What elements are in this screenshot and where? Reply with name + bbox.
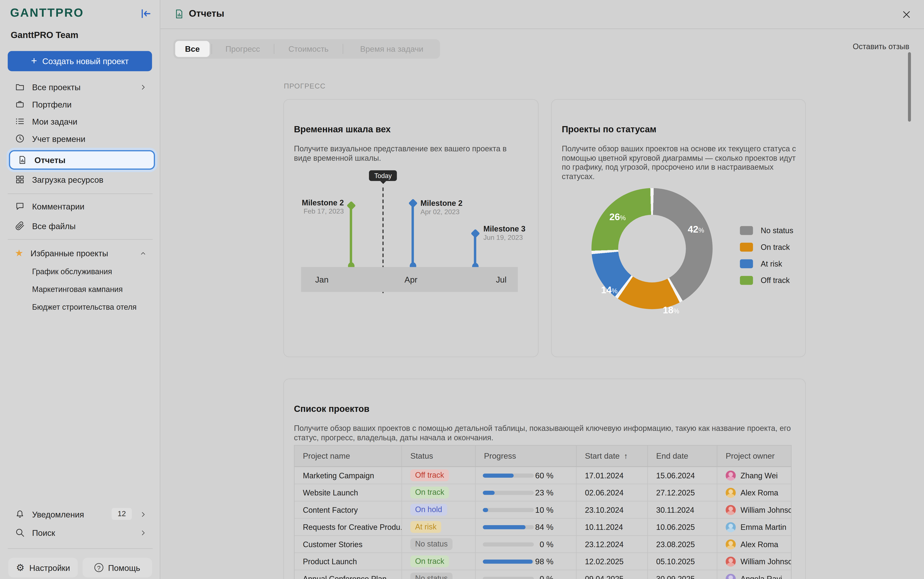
project-name-cell[interactable]: Marketing Campaign [295,467,402,484]
project-name-cell[interactable]: Website Launch [295,484,402,502]
start-date-cell: 10.11.2024 [577,519,648,536]
donut-legend: No status On track At risk Off track [740,222,793,288]
chevron-right-icon [140,83,146,90]
sidebar-item-all-files[interactable]: Все файлы [8,217,153,234]
app-window: GANTTPRO GanttPRO Team + Создать новый п… [0,0,924,579]
avatar [726,522,736,532]
end-date-cell: 27.12.2025 [648,484,717,502]
star-icon: ★ [15,249,23,258]
today-marker: Today [369,170,397,181]
start-date-cell: 17.01.2024 [577,467,648,484]
end-date-cell: 05.10.2025 [648,553,717,571]
milestone-label: Milestone 2 Apr 02, 2023 [420,199,463,216]
status-cell: On hold [402,501,476,519]
avatar [726,470,736,480]
progress-cell: 98 % [476,553,577,571]
column-header-status[interactable]: Status [402,446,476,467]
projects-table: Project name Status Progress Start date↑… [294,445,792,579]
project-name-cell[interactable]: Requests for Creative Produ... [295,519,402,536]
close-icon[interactable] [901,10,911,20]
sidebar-item-all-projects[interactable]: Все проекты [8,78,153,95]
bell-icon [15,509,25,519]
avatar [726,505,736,515]
progress-cell: 60 % [476,467,577,484]
tab-all[interactable]: Все [175,41,210,57]
progress-bar [483,542,534,546]
donut-percent-label: 42% [688,224,704,235]
status-cell: Off track [402,467,476,484]
progress-cell: 23 % [476,484,577,502]
sidebar-item-portfolios[interactable]: Портфели [8,95,153,113]
progress-value: 0 % [540,574,576,579]
column-header-project-name[interactable]: Project name [295,446,402,467]
page-title: Отчеты [189,8,224,19]
column-header-progress[interactable]: Progress [476,446,577,467]
favorite-project-item[interactable]: Бюджет строительства отеля [8,299,153,315]
sidebar-item-reports[interactable]: Отчеты [9,150,155,170]
progress-bar [483,559,534,563]
legend-swatch [740,276,753,285]
project-name-cell[interactable]: Product Launch [295,553,402,571]
divider [8,548,153,549]
milestones-timeline-card: Временная шкала вех Получите визуальное … [283,99,538,357]
legend-item: No status [740,222,793,239]
sidebar-item-notifications[interactable]: Уведомления 12 [8,505,153,523]
column-header-end-date[interactable]: End date [648,446,717,467]
notifications-count-badge: 12 [112,508,132,520]
owner-name: Zhang Wei [740,471,778,480]
chevron-right-icon [140,510,146,518]
report-icon [17,155,27,165]
card-description: Получите обзор ваших проектов с помощью … [294,424,796,442]
project-name-cell[interactable]: Customer Stories [295,536,402,553]
legend-swatch [740,259,753,268]
tasks-icon [15,116,25,126]
vertical-scrollbar[interactable] [908,52,911,122]
tab-time-on-tasks[interactable]: Время на задачи [343,44,440,54]
project-name-cell[interactable]: Content Factory [295,501,402,519]
start-date-cell: 09.04.2025 [577,570,648,579]
start-date-cell: 23.10.2024 [577,501,648,519]
legend-item: Off track [740,272,793,288]
favorite-project-item[interactable]: График обслуживания [8,263,153,280]
donut-percent-label: 14% [601,285,617,296]
progress-value: 60 % [535,471,576,480]
project-name-cell[interactable]: Annual Conference Plan [295,570,402,579]
avatar [726,573,736,579]
axis-tick: Jan [315,275,328,284]
leave-feedback-link[interactable]: Оставить отзыв [853,42,909,51]
column-header-start-date[interactable]: Start date↑ [577,446,648,467]
tab-cost[interactable]: Стоимость [274,44,343,54]
status-badge: No status [410,538,452,550]
create-project-button[interactable]: + Создать новый проект [8,51,152,71]
status-cell: On track [402,484,476,502]
legend-swatch [740,242,753,251]
sidebar-item-time-tracking[interactable]: Учет времени [8,130,153,147]
milestone-label: Milestone 3 Jun 19, 2023 [483,224,525,241]
tab-progress[interactable]: Прогресс [212,44,274,54]
sidebar-item-search[interactable]: Поиск [8,524,153,541]
sidebar-item-my-tasks[interactable]: Мои задачи [8,113,153,130]
question-icon: ? [94,563,103,572]
sidebar-item-comments[interactable]: Комментарии [8,198,153,215]
collapse-sidebar-icon[interactable] [139,7,152,20]
progress-cell: 10 % [476,501,577,519]
progress-value: 23 % [535,488,576,497]
owner-cell: William Johnson [717,501,791,519]
settings-button[interactable]: ⚙ Настройки [8,558,78,577]
help-button[interactable]: ? Помощь [82,558,152,577]
sort-asc-icon: ↑ [624,451,628,461]
clock-icon [15,134,25,144]
progress-bar [483,508,534,512]
progress-cell: 0 % [476,536,577,553]
axis-tick: Apr [404,275,417,284]
sidebar-item-favorite-projects[interactable]: ★ Избранные проекты [8,245,153,262]
sidebar-item-workload[interactable]: Загрузка ресурсов [8,171,153,188]
column-header-project-owner[interactable]: Project owner [717,446,791,467]
plus-icon: + [31,56,37,66]
section-label-progress: ПРОГРЕСС [284,82,325,90]
progress-bar [483,525,534,529]
chevron-right-icon [140,529,146,536]
legend-item: On track [740,239,793,255]
favorite-project-item[interactable]: Маркетинговая кампания [8,281,153,297]
card-title: Список проектов [294,404,369,414]
